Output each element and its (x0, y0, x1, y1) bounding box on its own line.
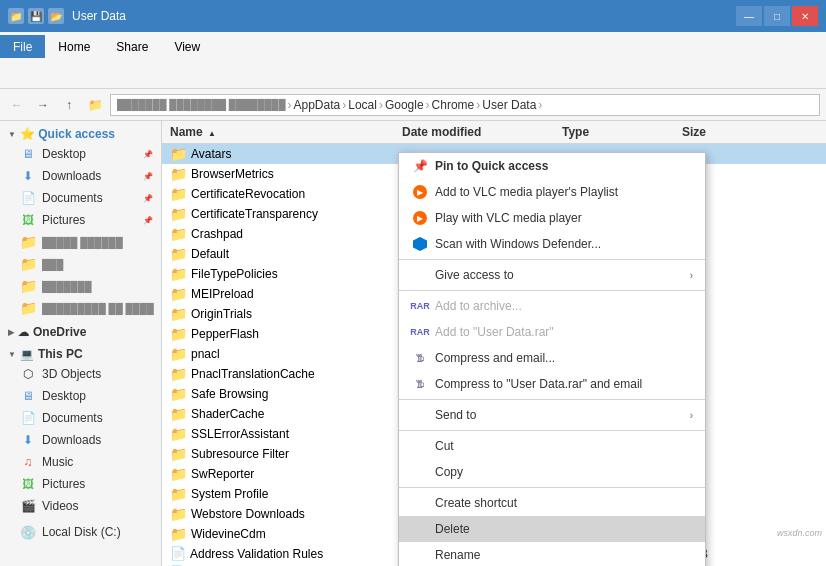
sidebar-item-documents-pc[interactable]: 📄 Documents (0, 407, 161, 429)
ctx-pin-quick-access[interactable]: 📌 Pin to Quick access (399, 153, 705, 179)
file-name: 📁 ShaderCache (162, 406, 402, 422)
ctx-copy-label: Copy (435, 465, 463, 479)
ctx-add-userdata-rar: RAR Add to "User Data.rar" (399, 319, 705, 345)
ctx-create-shortcut-label: Create shortcut (435, 496, 517, 510)
sidebar-3dobjects-label: 3D Objects (42, 367, 101, 381)
tab-share[interactable]: Share (103, 35, 161, 58)
tab-file[interactable]: File (0, 35, 45, 58)
ctx-compress-rar-email-label: Compress to "User Data.rar" and email (435, 377, 642, 391)
ctx-cut[interactable]: Cut (399, 433, 705, 459)
ctx-sep-2 (399, 290, 705, 291)
file-name: 📁 OriginTrials (162, 306, 402, 322)
sidebar-item-desktop-pc[interactable]: 🖥 Desktop (0, 385, 161, 407)
give-access-arrow: › (690, 270, 693, 281)
videos-icon: 🎬 (20, 498, 36, 514)
sidebar-music-label: Music (42, 455, 73, 469)
system32-icon: 📁 (20, 278, 36, 294)
tab-home[interactable]: Home (45, 35, 103, 58)
thispc-section: ▼ 💻 This PC ⬡ 3D Objects 🖥 Desktop 📄 Doc… (0, 345, 161, 517)
ctx-sep-3 (399, 399, 705, 400)
file-list-header: Name ▲ Date modified Type Size (162, 121, 826, 144)
ctx-send-to-label: Send to (435, 408, 476, 422)
col-size[interactable]: Size (682, 125, 762, 139)
file-name: 📄 Address Validation Rules (162, 546, 402, 561)
sidebar-item-profile[interactable]: 📁 █████████ ██ ████ (0, 297, 161, 319)
ctx-give-access[interactable]: Give access to › (399, 262, 705, 288)
sidebar-item-music-videos[interactable]: 📁 █████ ██████ (0, 231, 161, 253)
give-access-icon (411, 267, 429, 283)
rar2-icon: RAR (411, 324, 429, 340)
thispc-header[interactable]: ▼ 💻 This PC (0, 345, 161, 363)
up-button[interactable]: ↑ (58, 94, 80, 116)
sidebar-documents-pc-label: Documents (42, 411, 103, 425)
col-date[interactable]: Date modified (402, 125, 562, 139)
ctx-sep-1 (399, 259, 705, 260)
sidebar-item-3dobjects[interactable]: ⬡ 3D Objects (0, 363, 161, 385)
ctx-give-access-label: Give access to (435, 268, 514, 282)
ctx-sep-5 (399, 487, 705, 488)
col-type[interactable]: Type (562, 125, 682, 139)
ctx-create-shortcut[interactable]: Create shortcut (399, 490, 705, 516)
ctx-send-to[interactable]: Send to › (399, 402, 705, 428)
profile-icon: 📁 (20, 300, 36, 316)
downloads-pc-icon: ⬇ (20, 432, 36, 448)
col-name[interactable]: Name ▲ (162, 125, 402, 139)
sidebar-item-music[interactable]: ♫ Music (0, 451, 161, 473)
rar-icon: RAR (411, 298, 429, 314)
context-menu: 📌 Pin to Quick access ▶ Add to VLC media… (398, 152, 706, 566)
sidebar-item-downloads-pc[interactable]: ⬇ Downloads (0, 429, 161, 451)
sidebar-desktop-label: Desktop (42, 147, 86, 161)
window-controls[interactable]: — □ ✕ (736, 6, 818, 26)
ctx-rename[interactable]: Rename (399, 542, 705, 566)
file-name: 📁 pnacl (162, 346, 402, 362)
pictures-icon: 🖼 (20, 212, 36, 228)
defender-icon (411, 236, 429, 252)
file-name: 📁 SSLErrorAssistant (162, 426, 402, 442)
ctx-compress-email[interactable]: 🗜 Compress and email... (399, 345, 705, 371)
folder-nav-icon[interactable]: 📁 (84, 94, 106, 116)
file-name: 📁 Avatars (162, 146, 402, 162)
quick-access-arrow: ▼ (8, 130, 16, 139)
sidebar-desktop-pc-label: Desktop (42, 389, 86, 403)
sidebar-item-system32[interactable]: 📁 ███████ (0, 275, 161, 297)
file-name: 📁 SwReporter (162, 466, 402, 482)
minimize-button[interactable]: — (736, 6, 762, 26)
ctx-delete[interactable]: Delete (399, 516, 705, 542)
sidebar-downloads-pc-label: Downloads (42, 433, 101, 447)
sidebar-item-misc1[interactable]: 📁 ███ (0, 253, 161, 275)
copy-icon (411, 464, 429, 480)
sidebar-item-localdisk[interactable]: 💿 Local Disk (C:) (0, 521, 161, 543)
music-videos-icon: 📁 (20, 234, 36, 250)
ctx-sep-4 (399, 430, 705, 431)
sidebar-item-videos[interactable]: 🎬 Videos (0, 495, 161, 517)
documents-icon: 📄 (20, 190, 36, 206)
back-button[interactable]: ← (6, 94, 28, 116)
delete-icon (411, 521, 429, 537)
address-path[interactable]: ███████ ████████ ████████ › AppData › Lo… (110, 94, 820, 116)
ctx-vlc-playlist[interactable]: ▶ Add to VLC media player's Playlist (399, 179, 705, 205)
rename-icon (411, 547, 429, 563)
onedrive-arrow: ▶ (8, 328, 14, 337)
close-button[interactable]: ✕ (792, 6, 818, 26)
sidebar-item-pictures[interactable]: 🖼 Pictures 📌 (0, 209, 161, 231)
sidebar-item-pictures-pc[interactable]: 🖼 Pictures (0, 473, 161, 495)
sidebar: ▼ ⭐ Quick access 🖥 Desktop 📌 ⬇ Downloads… (0, 121, 162, 566)
sidebar-item-documents[interactable]: 📄 Documents 📌 (0, 187, 161, 209)
sidebar-item-desktop[interactable]: 🖥 Desktop 📌 (0, 143, 161, 165)
onedrive-icon: ☁ (18, 326, 29, 339)
ctx-copy[interactable]: Copy (399, 459, 705, 485)
tab-view[interactable]: View (161, 35, 213, 58)
sidebar-item-downloads[interactable]: ⬇ Downloads 📌 (0, 165, 161, 187)
thispc-label: This PC (38, 347, 83, 361)
forward-button[interactable]: → (32, 94, 54, 116)
localdisk-section: 💿 Local Disk (C:) (0, 521, 161, 543)
ctx-defender[interactable]: Scan with Windows Defender... (399, 231, 705, 257)
quick-access-header[interactable]: ▼ ⭐ Quick access (0, 125, 161, 143)
path-user: ███████ ████████ ████████ (117, 99, 286, 110)
ctx-vlc-play[interactable]: ▶ Play with VLC media player (399, 205, 705, 231)
ctx-compress-rar-email[interactable]: 🗜 Compress to "User Data.rar" and email (399, 371, 705, 397)
desktop-icon: 🖥 (20, 146, 36, 162)
onedrive-header[interactable]: ▶ ☁ OneDrive (0, 323, 161, 341)
maximize-button[interactable]: □ (764, 6, 790, 26)
quick-access-label: ⭐ Quick access (20, 127, 115, 141)
